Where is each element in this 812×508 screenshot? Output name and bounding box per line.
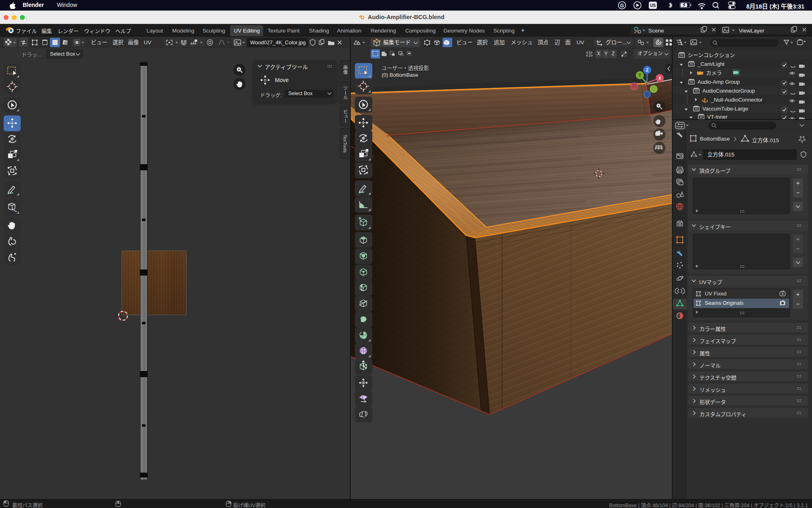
- svg-text:Y: Y: [639, 73, 641, 78]
- svg-text:X: X: [659, 76, 661, 80]
- svg-text:_Cam/Light: _Cam/Light: [697, 61, 725, 67]
- svg-text:G: G: [620, 3, 624, 9]
- svg-text:AudioConnectorGroup: AudioConnectorGroup: [702, 88, 755, 94]
- svg-text:VaccumTube-Large: VaccumTube-Large: [702, 106, 748, 112]
- svg-text:Audio-Amp Group: Audio-Amp Group: [698, 79, 740, 85]
- svg-text:シーンコレクション: シーンコレクション: [688, 52, 735, 58]
- svg-text:カメラ: カメラ: [706, 70, 722, 76]
- svg-text:Z: Z: [646, 68, 648, 72]
- svg-text:_Null-AudioConnector: _Null-AudioConnector: [710, 97, 763, 103]
- svg-text:US: US: [650, 3, 656, 8]
